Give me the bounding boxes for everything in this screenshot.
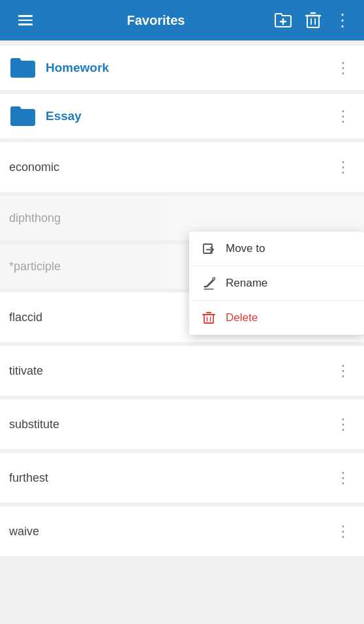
item-label: furthest	[9, 471, 331, 485]
kebab-icon	[335, 159, 351, 175]
list-item[interactable]: waive	[0, 507, 364, 556]
item-label: economic	[9, 161, 331, 174]
move-to-label: Move to	[226, 242, 265, 255]
item-label: Essay	[46, 109, 331, 123]
move-to-menu-item[interactable]: Move to	[189, 232, 364, 266]
item-label: diphthong	[9, 211, 355, 225]
more-options-button[interactable]	[331, 358, 355, 384]
list-item[interactable]: titivate	[0, 346, 364, 396]
rename-menu-item[interactable]: Rename	[189, 266, 364, 301]
more-options-button[interactable]	[331, 55, 355, 81]
menu-icon	[13, 10, 38, 31]
rename-label: Rename	[226, 277, 267, 290]
kebab-icon	[335, 108, 351, 124]
context-menu: Move to Rename Delete	[189, 232, 364, 335]
more-options-button[interactable]	[331, 154, 355, 180]
svg-rect-10	[204, 315, 213, 323]
header-actions: ⋮	[269, 7, 356, 34]
kebab-icon	[335, 60, 351, 76]
overflow-menu-button[interactable]: ⋮	[329, 7, 356, 34]
item-label: substitute	[9, 418, 331, 431]
kebab-icon	[335, 470, 351, 486]
item-label: Homework	[46, 61, 331, 75]
delete-menu-item[interactable]: Delete	[189, 301, 364, 335]
kebab-icon: ⋮	[334, 12, 351, 29]
folder-icon	[9, 104, 37, 128]
move-to-icon	[202, 242, 215, 255]
more-options-button[interactable]	[331, 103, 355, 129]
trash-icon	[305, 12, 321, 29]
more-options-button[interactable]	[331, 518, 355, 544]
more-options-button[interactable]	[331, 411, 355, 437]
delete-label: Delete	[226, 311, 258, 324]
list-item[interactable]: Homework	[0, 46, 364, 90]
item-label: waive	[9, 525, 331, 538]
folder-icon	[9, 56, 37, 80]
new-folder-icon	[274, 12, 292, 28]
list-item[interactable]: Essay	[0, 94, 364, 138]
list-item[interactable]: furthest	[0, 453, 364, 503]
new-folder-button[interactable]	[269, 7, 297, 33]
menu-button[interactable]	[8, 5, 43, 36]
page-title: Favorites	[43, 13, 269, 28]
rename-icon	[202, 277, 215, 290]
delete-button[interactable]	[300, 7, 326, 34]
app-header: Favorites ⋮	[0, 0, 364, 40]
svg-rect-2	[307, 16, 319, 27]
item-label: titivate	[9, 364, 331, 378]
more-options-button[interactable]	[331, 465, 355, 491]
kebab-icon	[335, 416, 351, 432]
list-item[interactable]: substitute	[0, 399, 364, 449]
delete-trash-icon	[202, 311, 215, 324]
kebab-icon	[335, 523, 351, 539]
list-item[interactable]: economic	[0, 142, 364, 192]
kebab-icon	[335, 363, 351, 379]
